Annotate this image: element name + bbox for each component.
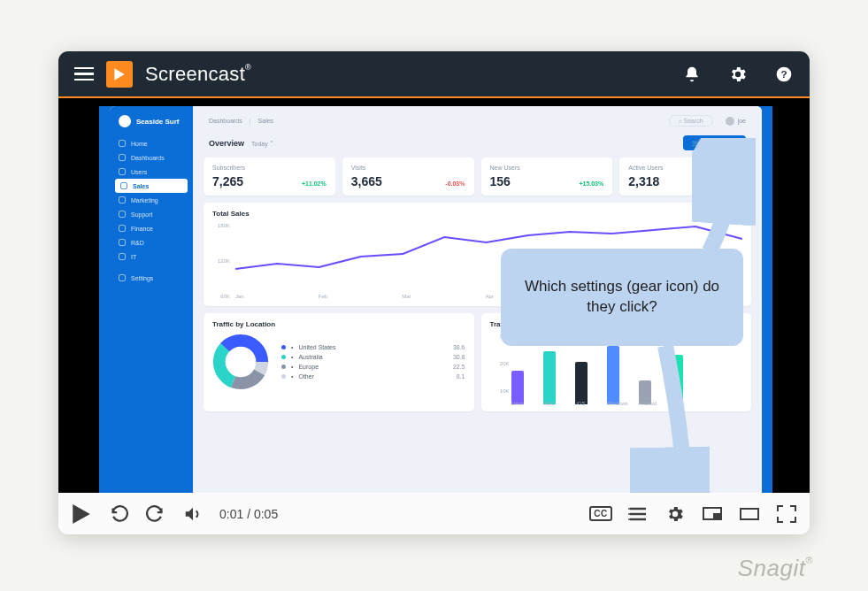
arrow-up-icon: [692, 138, 756, 253]
svg-text:?: ?: [780, 68, 787, 80]
kpi-visits: Visits 3,665-0.03%: [342, 157, 474, 196]
search-input[interactable]: ⌕ Search: [669, 115, 713, 127]
svg-point-13: [628, 508, 630, 510]
player-controls: 0:01 / 0:05 CC: [58, 493, 810, 534]
svg-marker-9: [73, 504, 90, 524]
video-canvas[interactable]: Seaside Surf Home Dashboards Users Sales…: [58, 96, 810, 493]
settings-gear-icon[interactable]: [728, 65, 748, 84]
help-icon[interactable]: ?: [774, 65, 794, 84]
sidebar-item-users[interactable]: Users: [110, 165, 193, 179]
fullscreen-icon[interactable]: [776, 503, 797, 525]
rewind-icon[interactable]: [108, 503, 129, 525]
date-filter[interactable]: Today ˅: [251, 141, 273, 148]
sidebar-item-marketing[interactable]: Marketing: [110, 193, 193, 207]
theater-mode-icon[interactable]: [739, 503, 760, 525]
overview-title: Overview: [209, 139, 244, 148]
forward-icon[interactable]: [145, 503, 166, 525]
sidebar-item-dashboards[interactable]: Dashboards: [110, 150, 193, 165]
traffic-location-card: Traffic by Location • United States38.6: [204, 313, 474, 411]
hamburger-menu-icon[interactable]: [74, 67, 94, 81]
notifications-icon[interactable]: [682, 65, 702, 84]
sidebar-item-it[interactable]: IT: [110, 249, 193, 264]
sidebar-item-home[interactable]: Home: [110, 136, 193, 150]
donut-chart-icon: [212, 334, 269, 390]
captions-icon[interactable]: CC: [590, 503, 611, 525]
sidebar-item-support[interactable]: Support: [110, 207, 193, 221]
sidebar-item-finance[interactable]: Finance: [110, 221, 193, 235]
brand-name: Screencast®: [145, 63, 251, 86]
sidebar-item-rnd[interactable]: R&D: [110, 235, 193, 249]
volume-icon[interactable]: [182, 503, 204, 525]
user-menu[interactable]: joe: [726, 117, 746, 126]
svg-marker-0: [114, 68, 124, 81]
watermark: Snagit®: [738, 555, 813, 582]
dashboard-brand: Seaside Surf: [110, 115, 193, 136]
play-icon[interactable]: [71, 503, 92, 525]
svg-point-14: [628, 513, 630, 515]
dashboard-sidebar: Seaside Surf Home Dashboards Users Sales…: [110, 106, 193, 493]
playback-time: 0:01 / 0:05: [219, 507, 278, 521]
app-header: Screencast® ?: [58, 51, 810, 96]
kpi-new-users: New Users 156+15.03%: [481, 157, 613, 196]
chapters-list-icon[interactable]: [627, 503, 649, 525]
picture-in-picture-icon[interactable]: [702, 503, 723, 525]
video-player-window: Screencast® ? Seaside Surf Home Dashboar…: [58, 51, 810, 534]
player-settings-gear-icon[interactable]: [664, 503, 686, 525]
brand-logo-icon: [106, 61, 133, 88]
svg-point-15: [628, 518, 630, 520]
sidebar-item-settings[interactable]: Settings: [110, 271, 193, 285]
kpi-row: Subscribers 7,265+11.02% Visits 3,665-0.…: [204, 157, 751, 196]
breadcrumb: Dashboards|Sales ⌕ Search joe: [204, 113, 751, 132]
sidebar-item-sales[interactable]: Sales: [115, 179, 188, 193]
annotation-callout: Which settings (gear icon) do they click…: [501, 249, 743, 346]
kpi-subscribers: Subscribers 7,265+11.02%: [204, 157, 335, 196]
